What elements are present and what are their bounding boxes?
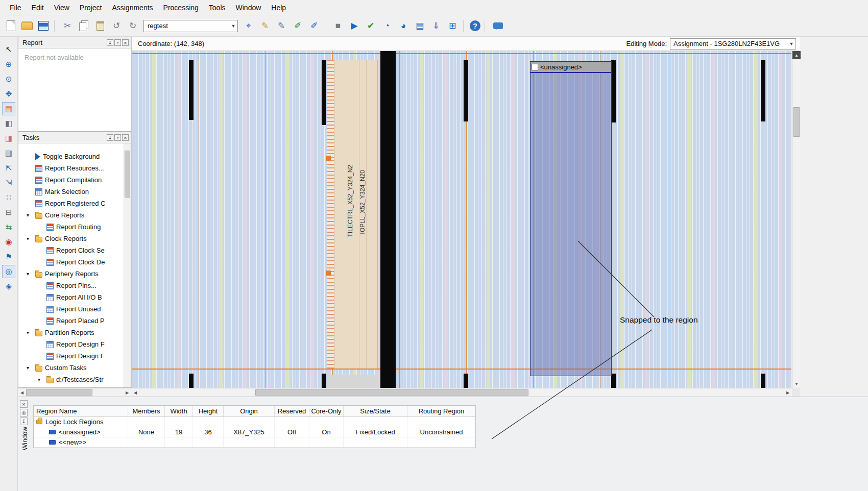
tasks-panel-titlebar[interactable]: Tasks: [18, 132, 131, 143]
route-fanout-tool-icon[interactable]: ⇲: [2, 176, 15, 189]
scroll-right-icon[interactable]: [123, 388, 131, 397]
task-report-clock-se[interactable]: Report Clock Se: [18, 244, 124, 256]
find-tool-icon[interactable]: ◎: [2, 265, 15, 278]
scrollbar-thumb[interactable]: [26, 389, 92, 396]
table-row[interactable]: <<new>>: [34, 437, 475, 448]
task-report-compilation[interactable]: Report Compilation: [18, 174, 124, 186]
new-file-icon[interactable]: [4, 19, 17, 33]
toolbar-separator[interactable]: [325, 20, 327, 32]
scroll-left-icon[interactable]: [131, 388, 139, 397]
task-report-design-1[interactable]: Report Design F: [18, 338, 124, 350]
scrollbar-thumb[interactable]: [255, 389, 528, 396]
logiclock-region[interactable]: <unassigned>: [530, 61, 612, 376]
task-partition-reports[interactable]: Partition Reports: [18, 327, 124, 338]
task-custom-tasks[interactable]: Custom Tasks: [18, 362, 124, 374]
column-header[interactable]: Origin: [224, 406, 275, 416]
scrollbar-thumb[interactable]: [793, 107, 800, 137]
selection-tool-icon[interactable]: ↖: [2, 43, 15, 56]
task-report-clock-de[interactable]: Report Clock De: [18, 256, 124, 268]
timing-analyzer-icon[interactable]: ◕: [397, 19, 410, 33]
toolbar-separator[interactable]: [485, 20, 487, 32]
task-mark-selection[interactable]: Mark Selection: [18, 186, 124, 198]
expander-icon[interactable]: [27, 330, 33, 335]
float-icon[interactable]: [114, 134, 121, 141]
menu-edit[interactable]: Edit: [27, 2, 49, 14]
task-periphery-reports[interactable]: Periphery Reports: [18, 268, 124, 280]
task-clock-reports[interactable]: Clock Reports: [18, 233, 124, 244]
critical-path-tool-icon[interactable]: ◉: [2, 235, 15, 249]
chip-planner-canvas[interactable]: TILECTRL_X52_Y324_N2 IOPLL_X52_Y324_N20 …: [131, 51, 791, 388]
toolbar-separator[interactable]: [54, 20, 57, 32]
tasks-vertical-scrollbar[interactable]: [124, 143, 131, 387]
pin-icon[interactable]: [107, 39, 113, 46]
connections-tool-icon[interactable]: ⇆: [2, 220, 15, 234]
task-report-routing[interactable]: Report Routing: [18, 221, 124, 233]
download-icon[interactable]: ⇓: [429, 19, 443, 33]
delay-tool-icon[interactable]: ∷: [2, 191, 15, 204]
toolbar-separator[interactable]: [463, 20, 466, 32]
pin-icon[interactable]: [107, 134, 113, 141]
locate-tool-icon[interactable]: ◈: [2, 280, 15, 293]
edit-settings-icon[interactable]: ✐: [291, 19, 304, 33]
io-tile-column[interactable]: TILECTRL_X52_Y324_N2 IOPLL_X52_Y324_N20: [334, 60, 378, 369]
close-icon[interactable]: [20, 400, 28, 408]
scroll-up-icon[interactable]: [792, 51, 801, 59]
column-header[interactable]: Members: [128, 406, 165, 416]
assignment-editor-icon[interactable]: ✎: [275, 19, 288, 33]
scroll-right-icon[interactable]: [784, 388, 792, 397]
task-report-design-2[interactable]: Report Design F: [18, 350, 124, 362]
float-icon[interactable]: [114, 39, 121, 46]
table-row[interactable]: Logic Lock Regions: [34, 417, 475, 427]
region-checkbox[interactable]: [532, 64, 538, 70]
logiclock-region-header[interactable]: <unassigned>: [531, 62, 611, 73]
help-icon[interactable]: ?: [470, 20, 480, 31]
programmer-icon[interactable]: ▤: [413, 19, 426, 33]
expander-icon[interactable]: [27, 212, 33, 218]
expander-icon[interactable]: [27, 365, 33, 371]
pin-planner-icon[interactable]: ✎: [258, 19, 272, 33]
start-compilation-icon[interactable]: ▶: [348, 19, 361, 33]
menu-project[interactable]: Project: [75, 2, 107, 14]
save-project-icon[interactable]: [37, 19, 50, 33]
block-utilization-tool-icon[interactable]: ◨: [2, 132, 15, 145]
float-icon[interactable]: [20, 409, 28, 416]
report-panel-titlebar[interactable]: Report: [18, 37, 131, 48]
table-row[interactable]: <unassigned> None 19 36 X87_Y325 Off On …: [34, 427, 475, 437]
undo-icon[interactable]: ↺: [110, 19, 123, 33]
feedback-icon[interactable]: [491, 19, 504, 33]
canvas-vertical-scrollbar[interactable]: [792, 51, 800, 388]
edit-assignments-icon[interactable]: ✐: [307, 19, 321, 33]
window-tab[interactable]: Window: [21, 427, 29, 450]
column-header[interactable]: Reserved: [275, 406, 309, 416]
paste-icon[interactable]: [93, 19, 107, 33]
expander-icon[interactable]: [38, 377, 44, 382]
expander-icon[interactable]: [27, 236, 33, 241]
copy-icon[interactable]: [77, 19, 90, 33]
scroll-down-icon[interactable]: [792, 380, 801, 388]
task-report-unused[interactable]: Report Unused: [18, 303, 124, 315]
layers-tool-icon[interactable]: ⊟: [2, 206, 15, 219]
tasks-horizontal-scrollbar[interactable]: [18, 388, 131, 397]
menu-tools[interactable]: Tools: [204, 2, 230, 14]
pin-icon[interactable]: [20, 418, 28, 425]
cut-icon[interactable]: ✂: [61, 19, 74, 33]
task-report-registered[interactable]: Report Registered C: [18, 198, 124, 209]
chevron-down-icon[interactable]: [229, 23, 237, 29]
menu-view[interactable]: View: [50, 2, 74, 14]
grid-view-tool-icon[interactable]: ▥: [2, 146, 15, 160]
task-testcases-folder[interactable]: d:/Testcases/Str: [18, 374, 124, 385]
hierarchy-icon[interactable]: ⊞: [446, 19, 459, 33]
task-report-pins[interactable]: Report Pins...: [18, 280, 124, 291]
zoom-in-tool-icon[interactable]: ⊕: [2, 58, 15, 71]
menu-assignments[interactable]: Assignments: [107, 2, 157, 14]
start-analysis-icon[interactable]: ✔: [364, 19, 377, 33]
close-icon[interactable]: [122, 39, 129, 46]
redo-icon[interactable]: ↻: [126, 19, 139, 33]
column-header[interactable]: Width: [165, 406, 193, 416]
open-project-icon[interactable]: [20, 19, 34, 33]
expander-icon[interactable]: [27, 271, 33, 277]
task-flow-combo[interactable]: regtest: [143, 20, 238, 32]
zoom-selection-tool-icon[interactable]: ⊙: [2, 72, 15, 86]
stop-processing-icon[interactable]: ■: [331, 19, 345, 33]
column-header[interactable]: Size/State: [344, 406, 407, 416]
